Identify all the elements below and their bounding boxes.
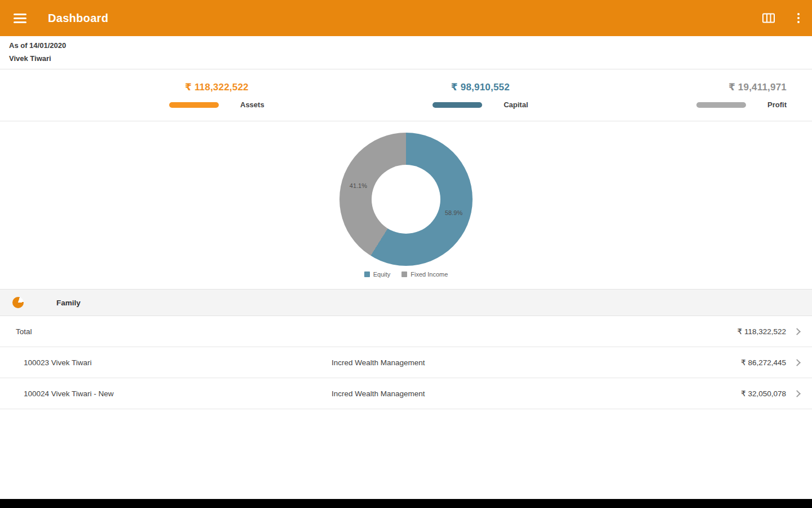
chart-legend: EquityFixed Income: [0, 271, 812, 278]
as-of-date: As of 14/01/2020: [9, 41, 803, 50]
table-row-account[interactable]: 100024 Vivek Tiwari - NewIncred Wealth M…: [0, 378, 812, 409]
summary-assets: ₹ 118,322,522 Assets: [169, 81, 264, 109]
chevron-right-icon: [793, 328, 801, 335]
legend-item-equity: Equity: [364, 271, 391, 278]
summary-capital: ₹ 98,910,552 Capital: [433, 81, 528, 109]
row-label: Total: [16, 327, 332, 336]
capital-label: Capital: [504, 100, 528, 109]
portfolio-icon: [761, 11, 776, 25]
allocation-chart-section: 58.9%41.1% EquityFixed Income: [0, 121, 812, 289]
assets-label: Assets: [240, 100, 264, 109]
slice-label-fixed-income: 41.1%: [350, 182, 367, 189]
family-section-title: Family: [56, 299, 81, 307]
hamburger-icon: [14, 14, 27, 23]
row-manager: Incred Wealth Management: [332, 358, 741, 367]
legend-swatch-icon: [364, 271, 370, 277]
portfolio-button[interactable]: [759, 9, 778, 27]
row-manager: Incred Wealth Management: [332, 389, 741, 398]
row-value: ₹ 118,322,522: [738, 327, 786, 336]
table-row-total[interactable]: Total₹ 118,322,522: [0, 316, 812, 347]
summary-profit: ₹ 19,411,971 Profit: [696, 81, 787, 109]
assets-bar-icon: [169, 102, 219, 108]
pie-chart-icon: [12, 297, 24, 308]
profit-label: Profit: [767, 100, 787, 109]
legend-label: Equity: [373, 271, 391, 278]
capital-value: ₹ 98,910,552: [451, 81, 510, 93]
profit-bar-icon: [696, 102, 746, 108]
table-row-account[interactable]: 100023 Vivek TiwariIncred Wealth Managem…: [0, 347, 812, 378]
overflow-menu-button[interactable]: [778, 11, 802, 25]
legend-swatch-icon: [401, 271, 407, 277]
bottom-nav-bar: [0, 499, 812, 508]
user-name: Vivek Tiwari: [9, 54, 803, 63]
row-value: ₹ 86,272,445: [741, 358, 786, 367]
capital-bar-icon: [433, 102, 482, 108]
row-label: 100023 Vivek Tiwari: [16, 358, 332, 367]
family-section-header: Family: [0, 289, 812, 316]
family-table: Total₹ 118,322,522100023 Vivek TiwariInc…: [0, 316, 812, 409]
page-title: Dashboard: [48, 12, 108, 25]
donut-chart[interactable]: 58.9%41.1%: [339, 133, 473, 266]
profit-value: ₹ 19,411,971: [729, 81, 787, 93]
assets-value: ₹ 118,322,522: [185, 81, 249, 93]
app-bar: Dashboard: [0, 0, 812, 36]
kebab-menu-icon: [797, 13, 800, 23]
subheader: As of 14/01/2020 Vivek Tiwari: [0, 36, 812, 69]
menu-button[interactable]: [11, 11, 29, 25]
row-value: ₹ 32,050,078: [741, 389, 786, 398]
legend-item-fixed-income: Fixed Income: [401, 271, 448, 278]
slice-label-equity: 58.9%: [445, 209, 462, 216]
chevron-right-icon: [793, 390, 801, 397]
row-label: 100024 Vivek Tiwari - New: [16, 389, 332, 398]
chevron-right-icon: [793, 359, 801, 366]
legend-label: Fixed Income: [411, 271, 448, 278]
summary-bar: ₹ 118,322,522 Assets ₹ 98,910,552 Capita…: [0, 69, 812, 121]
